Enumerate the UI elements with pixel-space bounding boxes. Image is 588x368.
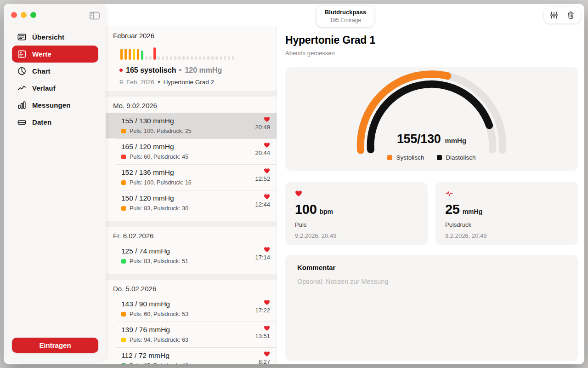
entry-value: 155 / 130 mmHg <box>121 117 270 125</box>
entry-detail: Puls: 100, Pulsdruck: 16 <box>130 179 192 186</box>
close-button[interactable] <box>11 12 17 18</box>
heart-icon <box>264 247 270 253</box>
entry-row[interactable]: 165 / 120 mmHg Puls: 60, Pulsdruck: 45 2… <box>106 138 277 164</box>
drive-icon <box>17 117 27 127</box>
window-title-pill: Blutdruckpass 195 Einträge <box>317 6 374 27</box>
puls-label: Puls <box>295 221 418 228</box>
heart-icon <box>264 194 270 200</box>
heart-icon <box>264 325 270 331</box>
desktop: { "app": { "accent_red": "#d62127", "tit… <box>0 0 588 368</box>
sidebar-toggle-button[interactable] <box>90 12 100 20</box>
heart-icon <box>264 142 270 148</box>
classification-square <box>121 338 126 342</box>
sidebar-item-label: Messungen <box>32 101 70 109</box>
group-divider <box>106 221 277 227</box>
entry-time: 17:22 <box>255 307 270 314</box>
classification-square <box>121 363 126 364</box>
toolbar-actions <box>544 7 581 23</box>
content-area: Februar 2026 165 systolisch 120 mmHg 9. … <box>106 26 584 364</box>
entry-row[interactable]: 139 / 76 mmHg Puls: 94, Pulsdruck: 63 13… <box>106 322 277 347</box>
mini-bar-chart <box>120 47 277 60</box>
heart-icon <box>295 190 302 197</box>
entry-row[interactable]: 112 / 72 mmHg Puls: 85, Pulsdruck: 40 8:… <box>106 347 277 364</box>
heart-icon <box>264 351 270 357</box>
measurement-context: Abends gemessen <box>285 50 578 57</box>
entry-time: 12:44 <box>255 201 270 208</box>
delete-button[interactable] <box>566 11 575 20</box>
month-summary-meta: 9. Feb. 2026 Hypertonie Grad 2 <box>119 78 277 86</box>
puls-unit: bpm <box>320 208 334 215</box>
blood-pressure-gauge-card: 155/130 mmHg Systolisch Diastolisch <box>285 67 578 171</box>
entry-row[interactable]: 150 / 120 mmHg Puls: 83, Pulsdruck: 30 1… <box>106 190 277 216</box>
entry-value: 152 / 136 mmHg <box>121 168 270 177</box>
gauge-unit: mmHg <box>445 137 466 144</box>
summary-systolic: 165 systolisch <box>126 66 176 75</box>
sidebar-icon <box>90 12 100 20</box>
entry-detail: Puls: 83, Pulsdruck: 51 <box>130 258 188 264</box>
systolic-legend-swatch <box>387 155 392 160</box>
pulsdruck-label: Pulsdruck <box>445 221 568 228</box>
entry-value: 150 / 120 mmHg <box>121 194 270 202</box>
sidebar-item-werte[interactable]: Werte <box>12 46 98 63</box>
sidebar-item-chart[interactable]: Chart <box>12 63 98 80</box>
window-title: Blutdruckpass <box>325 9 366 16</box>
group-date-header: Do. 5.02.2026 <box>106 285 277 293</box>
pulsdruck-unit: mmHg <box>463 208 483 215</box>
sidebar-item-label: Daten <box>32 118 51 126</box>
group-divider <box>106 274 277 280</box>
sidebar: Übersicht Werte <box>5 5 106 362</box>
systolic-legend-label: Systolisch <box>396 154 424 161</box>
pulsdruck-value: 25 <box>445 202 460 217</box>
sidebar-item-label: Werte <box>32 50 51 58</box>
month-summary: 165 systolisch 120 mmHg <box>119 66 277 75</box>
classification-square <box>121 180 126 185</box>
minimize-button[interactable] <box>21 12 27 18</box>
summary-diastolic: 120 mmHg <box>185 66 222 75</box>
diastolic-dot-icon <box>179 69 181 71</box>
classification-square <box>121 259 126 264</box>
entry-value: 143 / 90 mmHg <box>121 300 270 308</box>
entry-row[interactable]: 143 / 90 mmHg Puls: 60, Pulsdruck: 53 17… <box>106 296 277 322</box>
comment-input[interactable] <box>297 278 566 351</box>
sidebar-item-label: Chart <box>32 67 51 75</box>
detail-pane: Hypertonie Grad 1 Abends gemessen 155/13… <box>277 26 584 364</box>
puls-timestamp: 9.2.2026, 20:49 <box>295 232 418 239</box>
entry-row[interactable]: 155 / 130 mmHg Puls: 100, Pulsdruck: 25 … <box>106 113 277 138</box>
gauge-reading: 155/130 <box>397 132 441 146</box>
sidebar-item-label: Übersicht <box>32 33 64 41</box>
comment-title: Kommentar <box>297 264 566 271</box>
puls-card: 100 bpm Puls 9.2.2026, 20:49 <box>285 182 428 245</box>
group-date-header: Fr. 6.02.2026 <box>106 232 277 240</box>
classification-title: Hypertonie Grad 1 <box>285 34 578 46</box>
entry-group: 143 / 90 mmHg Puls: 60, Pulsdruck: 53 17… <box>106 296 277 364</box>
entry-row[interactable]: 152 / 136 mmHg Puls: 100, Pulsdruck: 16 … <box>106 164 277 190</box>
entry-detail: Puls: 60, Pulsdruck: 53 <box>130 311 188 317</box>
pulsdruck-timestamp: 9.2.2026, 20:49 <box>445 232 568 239</box>
summary-date: 9. Feb. 2026 <box>119 79 154 86</box>
sidebar-item-uebersicht[interactable]: Übersicht <box>12 29 98 46</box>
pulsdruck-card: 25 mmHg Pulsdruck 9.2.2026, 20:49 <box>435 182 578 245</box>
entry-detail: Puls: 83, Pulsdruck: 30 <box>130 205 188 212</box>
entry-time: 20:44 <box>255 150 270 156</box>
zoom-button[interactable] <box>30 12 36 18</box>
sidebar-item-messungen[interactable]: Messungen <box>12 97 98 114</box>
values-card-icon <box>17 49 27 59</box>
classification-square <box>121 312 126 316</box>
entry-count: 195 Einträge <box>325 17 366 23</box>
entry-value: 112 / 72 mmHg <box>121 351 270 360</box>
comment-card: Kommentar <box>285 255 578 361</box>
entry-detail: Puls: 85, Pulsdruck: 40 <box>130 362 188 364</box>
entry-time: 12:52 <box>255 175 270 182</box>
heart-icon <box>264 168 270 174</box>
classification-square <box>121 206 126 211</box>
sidebar-item-daten[interactable]: Daten <box>12 114 98 131</box>
filter-sliders-button[interactable] <box>549 11 559 20</box>
entry-group: 125 / 74 mmHg Puls: 83, Pulsdruck: 51 17… <box>106 243 277 269</box>
heart-icon <box>264 299 270 305</box>
sidebar-item-verlauf[interactable]: Verlauf <box>12 80 98 97</box>
diastolic-legend-swatch <box>437 155 442 160</box>
bar-chart-icon <box>17 100 27 110</box>
entry-row[interactable]: 125 / 74 mmHg Puls: 83, Pulsdruck: 51 17… <box>106 243 277 269</box>
app-window: Blutdruckpass 195 Einträge <box>4 4 584 364</box>
eintragen-button[interactable]: Eintragen <box>12 338 98 353</box>
